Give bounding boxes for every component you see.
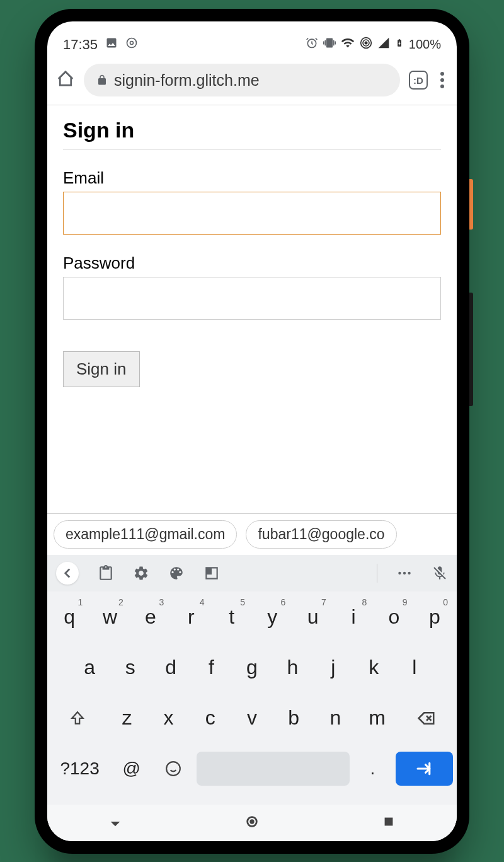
keyboard-row: ?123 @ . <box>51 747 453 791</box>
keyboard-row: q1w2e3r4t5y6u7i8o9p0 <box>51 595 453 639</box>
svg-rect-12 <box>384 817 392 825</box>
key-i[interactable]: i8 <box>335 595 372 639</box>
chevron-left-icon[interactable] <box>56 562 79 585</box>
key-g[interactable]: g <box>234 646 270 690</box>
password-field[interactable] <box>63 277 441 320</box>
more-icon[interactable] <box>396 565 413 581</box>
page-content: Sign in Email Password Sign in <box>47 105 457 513</box>
keyboard-row: zxcvbnm <box>51 696 453 740</box>
key-w[interactable]: w2 <box>91 595 128 639</box>
key-f[interactable]: f <box>193 646 229 690</box>
key-j[interactable]: j <box>315 646 352 690</box>
battery-icon <box>395 36 404 53</box>
space-key[interactable] <box>197 752 350 786</box>
svg-point-7 <box>403 571 406 574</box>
keyboard-toolbar <box>47 555 457 591</box>
gear-icon[interactable] <box>133 565 149 581</box>
svg-point-11 <box>249 819 254 824</box>
key-v[interactable]: v <box>233 696 271 740</box>
suggestion-chip[interactable]: example111@gmail.com <box>54 520 237 549</box>
key-o[interactable]: o9 <box>375 595 412 639</box>
page-title: Sign in <box>63 118 441 149</box>
status-time: 17:35 <box>63 37 98 53</box>
period-key[interactable]: . <box>353 747 392 791</box>
nav-back-icon[interactable] <box>108 815 122 831</box>
battery-percent: 100% <box>409 37 441 52</box>
url-bar[interactable]: signin-form.glitch.me <box>84 64 400 96</box>
key-a[interactable]: a <box>71 646 108 690</box>
at-key[interactable]: @ <box>112 747 151 791</box>
key-b[interactable]: b <box>275 696 312 740</box>
suggestion-chip[interactable]: fubar11@google.co <box>246 520 396 549</box>
key-x[interactable]: x <box>149 696 187 740</box>
svg-point-6 <box>398 571 401 574</box>
status-bar: 17:35 <box>47 21 457 56</box>
hotspot-icon <box>360 37 372 52</box>
key-m[interactable]: m <box>358 696 396 740</box>
svg-point-8 <box>408 571 410 574</box>
menu-icon[interactable] <box>437 72 448 88</box>
suggestion-bar: example111@gmail.com fubar11@google.co <box>47 514 457 555</box>
vibrate-icon <box>323 37 336 52</box>
svg-point-1 <box>130 41 134 44</box>
lock-icon <box>96 71 108 90</box>
key-p[interactable]: p0 <box>416 595 453 639</box>
home-icon[interactable] <box>56 69 75 91</box>
mic-off-icon[interactable] <box>432 565 448 581</box>
clipboard-icon[interactable] <box>98 565 114 581</box>
nav-home-icon[interactable] <box>245 815 259 831</box>
key-e[interactable]: e3 <box>132 595 169 639</box>
password-label: Password <box>63 253 441 273</box>
backspace-key[interactable] <box>400 696 453 740</box>
key-k[interactable]: k <box>355 646 392 690</box>
svg-point-3 <box>365 42 367 44</box>
keyboard: example111@gmail.com fubar11@google.co <box>47 513 457 841</box>
key-y[interactable]: y6 <box>254 595 290 639</box>
signin-button[interactable]: Sign in <box>63 351 140 387</box>
email-field[interactable] <box>63 192 441 235</box>
keyboard-row: asdfghjkl <box>51 646 453 690</box>
key-q[interactable]: q1 <box>51 595 88 639</box>
key-l[interactable]: l <box>396 646 433 690</box>
wifi-icon <box>341 36 355 53</box>
symbols-key[interactable]: ?123 <box>51 747 108 791</box>
svg-point-9 <box>167 762 181 776</box>
image-icon <box>105 37 118 53</box>
key-n[interactable]: n <box>316 696 354 740</box>
android-nav-bar <box>47 805 457 841</box>
nav-recent-icon[interactable] <box>382 815 396 831</box>
onehanded-icon[interactable] <box>203 565 220 581</box>
key-h[interactable]: h <box>274 646 311 690</box>
key-z[interactable]: z <box>108 696 146 740</box>
email-label: Email <box>63 168 441 188</box>
key-c[interactable]: c <box>192 696 229 740</box>
shift-key[interactable] <box>51 696 104 740</box>
signal-icon <box>377 37 390 52</box>
alarm-icon <box>306 37 318 52</box>
browser-toolbar: signin-form.glitch.me :D <box>47 56 457 105</box>
key-d[interactable]: d <box>152 646 189 690</box>
key-t[interactable]: t5 <box>214 595 250 639</box>
url-text: signin-form.glitch.me <box>114 71 260 90</box>
key-r[interactable]: r4 <box>173 595 209 639</box>
key-u[interactable]: u7 <box>294 595 331 639</box>
emoji-key[interactable] <box>154 747 193 791</box>
svg-point-0 <box>127 38 137 47</box>
tab-switcher[interactable]: :D <box>409 71 428 90</box>
key-s[interactable]: s <box>112 646 148 690</box>
chrome-icon <box>125 37 138 53</box>
palette-icon[interactable] <box>168 565 185 581</box>
enter-key[interactable] <box>396 752 453 786</box>
